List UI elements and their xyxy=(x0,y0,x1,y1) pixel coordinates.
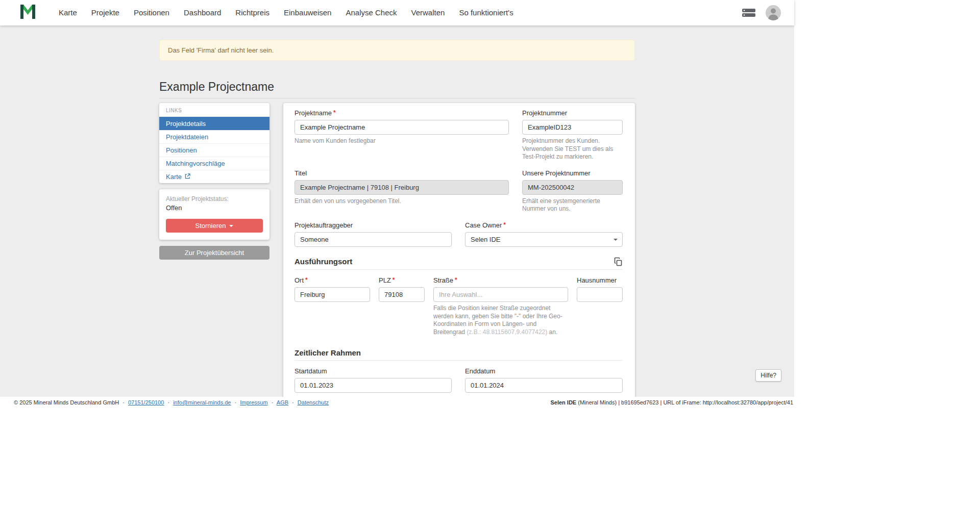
hausnummer-input[interactable] xyxy=(577,287,623,302)
project-status-value: Offen xyxy=(166,204,263,212)
separator: · xyxy=(234,399,236,405)
nav-item-dashboard[interactable]: Dashboard xyxy=(177,0,228,26)
unsere-projektnummer-help: Erhält eine systemgenerierte Nummer von … xyxy=(522,197,623,213)
ort-input[interactable] xyxy=(295,287,370,302)
field-plz: PLZ* xyxy=(379,276,425,302)
required-asterisk: * xyxy=(305,276,308,284)
section-zeitlicher-rahmen: Zeitlicher Rahmen xyxy=(295,348,361,357)
projektname-input[interactable] xyxy=(295,120,509,135)
help-button[interactable]: Hilfe? xyxy=(755,369,781,382)
unsere-projektnummer-input xyxy=(522,180,623,195)
separator: · xyxy=(292,399,294,405)
validation-alert: Das Feld 'Firma' darf nicht leer sein. xyxy=(159,40,635,61)
strasse-input[interactable] xyxy=(433,287,568,302)
nav-item-positionen[interactable]: Positionen xyxy=(127,0,177,26)
title-divider xyxy=(159,98,635,98)
footer-link-agb[interactable]: AGB xyxy=(277,399,288,405)
copy-icon[interactable] xyxy=(614,257,623,266)
project-sidebar: LINKS Projektdetails Projektdateien Posi… xyxy=(159,103,270,260)
ort-label: Ort* xyxy=(295,276,370,284)
session-details: (Mineral Minds) | b91695ed7623 | URL of … xyxy=(578,399,793,405)
field-projektname: Projektname* Name vom Kunden festlegbar xyxy=(295,109,509,145)
field-case-owner: Case Owner* Selen IDE xyxy=(465,221,623,247)
enddatum-input[interactable] xyxy=(465,378,623,393)
separator: · xyxy=(272,399,274,405)
section-ausfuehrungsort: Ausführungsort xyxy=(295,257,352,266)
stornieren-button[interactable]: Stornieren xyxy=(166,219,263,233)
projektauftraggeber-input[interactable] xyxy=(295,232,452,247)
nav-item-karte[interactable]: Karte xyxy=(52,0,84,26)
unsere-projektnummer-label: Unsere Projektnummer xyxy=(522,169,623,177)
strasse-help: Falls die Position keiner Straße zugeord… xyxy=(433,305,568,336)
required-asterisk: * xyxy=(455,276,457,284)
links-card: LINKS Projektdetails Projektdateien Posi… xyxy=(159,103,270,183)
copyright-text: © 2025 Mineral Minds Deutschland GmbH xyxy=(14,399,119,405)
nav-item-einbauweisen[interactable]: Einbauweisen xyxy=(277,0,338,26)
field-startdatum: Startdatum xyxy=(295,367,452,393)
field-strasse: Straße* Falls die Position keiner Straße… xyxy=(433,276,568,336)
plz-label: PLZ* xyxy=(379,276,425,284)
enddatum-label: Enddatum xyxy=(465,367,623,375)
page-title: Example Projectname xyxy=(159,80,635,94)
field-projektauftraggeber: Projektauftraggeber xyxy=(295,221,452,247)
titel-label: Titel xyxy=(295,169,509,177)
sidebar-item-karte-label: Karte xyxy=(166,173,182,181)
brand-logo[interactable] xyxy=(19,4,36,22)
nav-item-so-funktionierts[interactable]: So funktioniert's xyxy=(452,0,520,26)
projektnummer-help: Projektnummer des Kunden. Verwenden Sie … xyxy=(522,137,623,161)
chevron-down-icon xyxy=(614,239,618,241)
nav-item-analyse-check[interactable]: Analyse Check xyxy=(338,0,404,26)
user-avatar[interactable] xyxy=(766,5,781,20)
section-divider xyxy=(295,269,623,270)
footer-session-info: Selen IDE (Mineral Minds) | b91695ed7623… xyxy=(550,399,793,405)
nav-item-richtpreis[interactable]: Richtpreis xyxy=(228,0,277,26)
sidebar-item-karte[interactable]: Karte xyxy=(159,170,270,183)
projektnummer-label: Projektnummer xyxy=(522,109,623,117)
external-link-icon xyxy=(185,173,190,181)
app-frame: Karte Projekte Positionen Dashboard Rich… xyxy=(0,0,794,408)
plz-input[interactable] xyxy=(379,287,425,302)
case-owner-value: Selen IDE xyxy=(471,236,501,243)
sidebar-item-projektdateien[interactable]: Projektdateien xyxy=(159,130,270,143)
projektname-help: Name vom Kunden festlegbar xyxy=(295,137,509,145)
projektname-label: Projektname* xyxy=(295,109,509,117)
footer-link-datenschutz[interactable]: Datenschutz xyxy=(298,399,329,405)
chevron-down-icon xyxy=(229,225,233,227)
nav-item-verwalten[interactable]: Verwalten xyxy=(404,0,452,26)
field-projektnummer: Projektnummer Projektnummer des Kunden. … xyxy=(522,109,623,161)
links-header: LINKS xyxy=(159,107,270,117)
field-ort: Ort* xyxy=(295,276,370,302)
project-overview-button[interactable]: Zur Projektübersicht xyxy=(159,246,270,260)
footer-legal: © 2025 Mineral Minds Deutschland GmbH · … xyxy=(14,399,329,405)
status-card: Aktueller Projektstatus: Offen Storniere… xyxy=(159,189,270,240)
projektnummer-input[interactable] xyxy=(522,120,623,135)
footer-link-phone[interactable]: 07151/250100 xyxy=(128,399,164,405)
required-asterisk: * xyxy=(333,109,336,116)
case-owner-label: Case Owner* xyxy=(465,221,623,229)
field-hausnummer: Hausnummer xyxy=(577,276,623,302)
mineral-minds-logo-icon xyxy=(19,4,36,22)
footer-link-impressum[interactable]: Impressum xyxy=(240,399,267,405)
startdatum-input[interactable] xyxy=(295,378,452,393)
field-enddatum: Enddatum xyxy=(465,367,623,393)
sidebar-item-matchingvorschlaege[interactable]: Matchingvorschläge xyxy=(159,157,270,170)
case-owner-select[interactable]: Selen IDE xyxy=(465,232,623,247)
separator: · xyxy=(122,399,125,405)
field-unsere-projektnummer: Unsere Projektnummer Erhält eine systemg… xyxy=(522,169,623,213)
sidebar-item-projektdetails[interactable]: Projektdetails xyxy=(159,117,270,130)
required-asterisk: * xyxy=(393,276,395,284)
hausnummer-label: Hausnummer xyxy=(577,276,623,284)
section-divider xyxy=(295,360,623,361)
stornieren-label: Stornieren xyxy=(195,222,226,230)
sidebar-item-positionen[interactable]: Positionen xyxy=(159,143,270,157)
required-asterisk: * xyxy=(503,221,506,229)
nav-links: Karte Projekte Positionen Dashboard Rich… xyxy=(52,0,521,26)
footer-link-email[interactable]: info@mineral-minds.de xyxy=(173,399,231,405)
titel-input xyxy=(295,180,509,195)
top-nav: Karte Projekte Positionen Dashboard Rich… xyxy=(0,0,794,26)
nav-item-projekte[interactable]: Projekte xyxy=(84,0,127,26)
field-titel: Titel Erhält den von uns vorgegebenen Ti… xyxy=(295,169,509,206)
footer: © 2025 Mineral Minds Deutschland GmbH · … xyxy=(0,397,794,408)
titel-help: Erhält den von uns vorgegebenen Titel. xyxy=(295,197,509,206)
server-icon[interactable] xyxy=(742,8,755,18)
